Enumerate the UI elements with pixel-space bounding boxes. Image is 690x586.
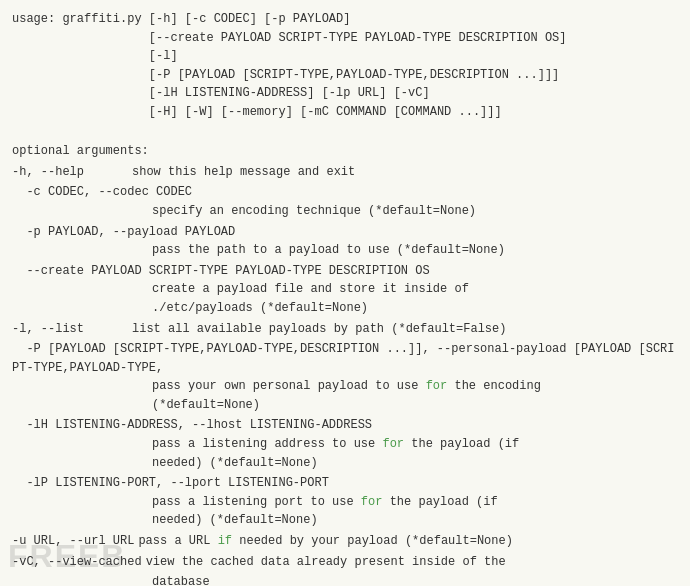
- arg-pp-flag: -P [PAYLOAD [SCRIPT-TYPE,PAYLOAD-TYPE,DE…: [12, 340, 678, 377]
- arg-codec-desc: specify an encoding technique (*default=…: [12, 202, 678, 221]
- arg-view-cached: -vC, --view-cached view the cached data …: [12, 553, 678, 572]
- arg-url-desc: pass a URL if needed by your payload (*d…: [134, 532, 512, 551]
- arg-list: -l, --list list all available payloads b…: [12, 320, 678, 339]
- arg-lport: -lP LISTENING-PORT, --lport LISTENING-PO…: [12, 474, 678, 530]
- usage-line-3: [-l]: [12, 47, 678, 66]
- arg-url: -u URL, --url URL pass a URL if needed b…: [12, 532, 678, 551]
- arg-url-flag: -u URL, --url URL: [12, 532, 134, 551]
- arg-list-flag: -l, --list: [12, 320, 132, 339]
- optional-args-label: optional arguments:: [12, 142, 678, 161]
- arg-lhost-flag: -lH LISTENING-ADDRESS, --lhost LISTENING…: [12, 416, 678, 435]
- arg-vc-flag: -vC, --view-cached: [12, 553, 142, 572]
- arg-payload-desc: pass the path to a payload to use (*defa…: [12, 241, 678, 260]
- arg-payload: -p PAYLOAD, --payload PAYLOAD pass the p…: [12, 223, 678, 260]
- arg-codec: -c CODEC, --codec CODEC specify an encod…: [12, 183, 678, 220]
- usage-line-2: [--create PAYLOAD SCRIPT-TYPE PAYLOAD-TY…: [12, 29, 678, 48]
- arg-help-desc: show this help message and exit: [132, 163, 678, 182]
- usage-line-6: [-H] [-W] [--memory] [-mC COMMAND [COMMA…: [12, 103, 678, 122]
- arg-lport-desc2: needed) (*default=None): [12, 511, 678, 530]
- arg-list-desc: list all available payloads by path (*de…: [132, 320, 678, 339]
- optional-args-heading: optional arguments:: [12, 142, 678, 161]
- arg-lport-flag: -lP LISTENING-PORT, --lport LISTENING-PO…: [12, 474, 678, 493]
- arg-codec-flag: -c CODEC, --codec CODEC: [12, 183, 678, 202]
- arg-lhost-desc2: needed) (*default=None): [12, 454, 678, 473]
- arg-create-flag: --create PAYLOAD SCRIPT-TYPE PAYLOAD-TYP…: [12, 262, 678, 281]
- usage-section: usage: graffiti.py [-h] [-c CODEC] [-p P…: [12, 10, 678, 122]
- arg-personal-payload: -P [PAYLOAD [SCRIPT-TYPE,PAYLOAD-TYPE,DE…: [12, 340, 678, 414]
- arg-create-desc1: create a payload file and store it insid…: [12, 280, 678, 299]
- usage-line-5: [-lH LISTENING-ADDRESS] [-lp URL] [-vC]: [12, 84, 678, 103]
- arg-lport-desc1: pass a listening port to use for the pay…: [12, 493, 678, 512]
- arg-vc-desc2: database: [12, 573, 678, 586]
- arg-create: --create PAYLOAD SCRIPT-TYPE PAYLOAD-TYP…: [12, 262, 678, 318]
- arg-pp-desc2: (*default=None): [12, 396, 678, 415]
- arg-payload-flag: -p PAYLOAD, --payload PAYLOAD: [12, 223, 678, 242]
- arg-lhost: -lH LISTENING-ADDRESS, --lhost LISTENING…: [12, 416, 678, 472]
- arg-help-flag: -h, --help: [12, 163, 132, 182]
- main-content: usage: graffiti.py [-h] [-c CODEC] [-p P…: [12, 10, 678, 586]
- usage-line-4: [-P [PAYLOAD [SCRIPT-TYPE,PAYLOAD-TYPE,D…: [12, 66, 678, 85]
- arg-vc-desc1: view the cached data already present ins…: [142, 553, 506, 572]
- arg-pp-desc1: pass your own personal payload to use fo…: [12, 377, 678, 396]
- arg-create-desc2: ./etc/payloads (*default=None): [12, 299, 678, 318]
- arg-lhost-desc1: pass a listening address to use for the …: [12, 435, 678, 454]
- arg-view-cached-cont: database: [12, 573, 678, 586]
- usage-line-1: usage: graffiti.py [-h] [-c CODEC] [-p P…: [12, 10, 678, 29]
- arg-help: -h, --help show this help message and ex…: [12, 163, 678, 182]
